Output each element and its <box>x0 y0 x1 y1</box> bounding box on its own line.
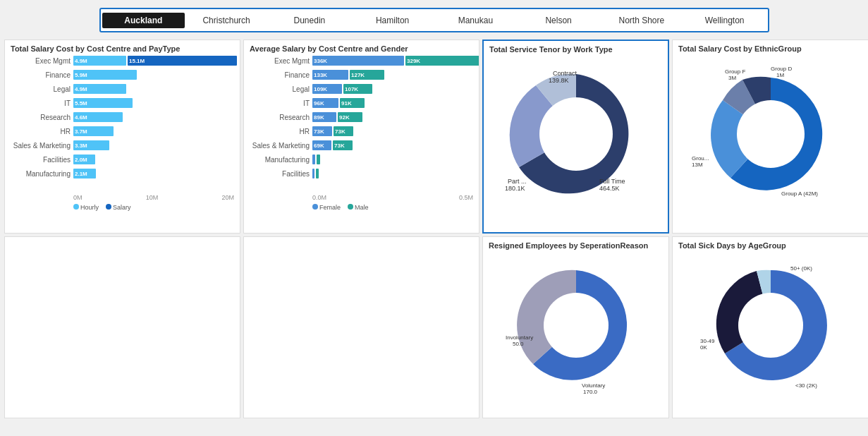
resigned-svg: Voluntary 170.0 Involuntary 50.0 <box>491 255 661 399</box>
tab-northshore[interactable]: North Shore <box>600 13 683 28</box>
svg-text:13M: 13M <box>692 162 703 168</box>
salary-legend: Hourly Salary <box>73 204 234 211</box>
table-row: Facilities <box>250 169 473 178</box>
ethnic-group-title: Total Salary Cost by EthnicGroup <box>678 44 863 53</box>
table-row: Manufacturing 2.1M <box>11 169 234 178</box>
svg-text:50.0: 50.0 <box>513 341 524 347</box>
table-row: Finance 133K 127K <box>250 70 473 80</box>
svg-text:30-49: 30-49 <box>700 338 715 344</box>
table-row: IT 96K 91K <box>250 98 473 108</box>
table-row: Legal 4.9M <box>11 84 234 94</box>
svg-text:0K: 0K <box>700 344 707 351</box>
sick-days-title: Total Sick Days by AgeGroup <box>678 241 863 250</box>
avg-salary-panel: Average Salary by Cost Centre and Gender… <box>243 40 479 234</box>
avg-salary-chart: Exec Mgmt 336K 329K Finance 133K 127K Le… <box>250 56 473 193</box>
service-tenor-svg: Full Time 464.5K Part ... 180.1K Contrac… <box>495 60 657 208</box>
tab-hamilton[interactable]: Hamilton <box>351 13 434 28</box>
svg-point-15 <box>544 293 609 358</box>
table-row: IT 5.5M <box>11 98 234 108</box>
svg-text:170.0: 170.0 <box>583 389 598 395</box>
table-row: Research 4.6M <box>11 112 234 122</box>
svg-text:Group A (42M): Group A (42M) <box>781 190 818 197</box>
tab-auckland[interactable]: Auckland <box>102 13 185 28</box>
ethnic-group-svg: Group A (42M) Grou... 13M Group F 3M Gro… <box>686 58 855 210</box>
x-axis: 0.0M 0.5M <box>312 194 473 201</box>
salary-cost-chart: Exec Mgmt 4.9M 15.1M Finance 5.9M Legal … <box>11 56 234 193</box>
svg-text:464.5K: 464.5K <box>599 185 620 192</box>
tab-manukau[interactable]: Manukau <box>434 13 518 28</box>
bottom-left-panel <box>4 236 240 418</box>
sick-days-chart: <30 (2K) 30-49 0K 50+ (0K) <box>678 253 863 401</box>
table-row: Legal 109K 107K <box>250 84 473 94</box>
table-row: Research 89K 92K <box>250 112 473 122</box>
svg-text:<30 (2K): <30 (2K) <box>795 382 817 389</box>
ethnic-group-panel: Total Salary Cost by EthnicGroup Group A… <box>672 40 868 234</box>
sick-days-panel: Total Sick Days by AgeGroup <30 (2K) 30-… <box>672 236 868 418</box>
svg-text:Grou...: Grou... <box>692 155 709 162</box>
service-tenor-panel: Total Service Tenor by Work Type Full Ti… <box>482 40 669 234</box>
table-row: Facilities 2.0M <box>11 155 234 164</box>
ethnic-group-chart: Group A (42M) Grou... 13M Group F 3M Gro… <box>678 56 863 211</box>
table-row: Sales & Marketing 69K 73K <box>250 140 473 150</box>
tab-wellington[interactable]: Wellington <box>683 13 766 28</box>
table-row: Exec Mgmt 4.9M 15.1M <box>11 56 234 66</box>
table-row: Exec Mgmt 336K 329K <box>250 56 473 66</box>
city-nav: Auckland Christchurch Dunedin Hamilton M… <box>99 8 769 32</box>
resigned-panel: Resigned Employees by SeperationReason V… <box>482 236 669 418</box>
svg-text:139.8K: 139.8K <box>549 77 569 84</box>
svg-text:Group F: Group F <box>725 68 745 75</box>
tab-christchurch[interactable]: Christchurch <box>185 13 268 28</box>
svg-text:Full Time: Full Time <box>599 178 625 185</box>
svg-text:3M: 3M <box>728 75 736 81</box>
table-row: Finance 5.9M <box>11 70 234 80</box>
svg-text:Contract: Contract <box>553 70 577 77</box>
svg-text:Voluntary: Voluntary <box>582 382 605 389</box>
gender-legend: Female Male <box>312 204 473 211</box>
bottom-center-panel <box>243 236 479 418</box>
table-row: HR 73K 73K <box>250 126 473 136</box>
svg-text:50+ (0K): 50+ (0K) <box>790 265 812 272</box>
svg-point-0 <box>539 97 613 171</box>
svg-text:Part ...: Part ... <box>508 178 527 185</box>
sick-days-svg: <30 (2K) 30-49 0K 50+ (0K) <box>686 255 855 399</box>
tab-nelson[interactable]: Nelson <box>517 13 600 28</box>
svg-point-7 <box>737 100 805 168</box>
resigned-chart: Voluntary 170.0 Involuntary 50.0 <box>489 253 663 401</box>
avg-salary-title: Average Salary by Cost Centre and Gender <box>250 44 473 53</box>
salary-cost-panel: Total Salary Cost by Cost Centre and Pay… <box>4 40 240 234</box>
svg-text:1M: 1M <box>776 72 784 78</box>
table-row: Sales & Marketing 3.3M <box>11 140 234 150</box>
x-axis: 0M 10M 20M <box>73 194 234 201</box>
resigned-title: Resigned Employees by SeperationReason <box>489 241 663 250</box>
table-row: Manufacturing <box>250 155 473 164</box>
svg-text:Involuntary: Involuntary <box>506 334 533 341</box>
service-tenor-title: Total Service Tenor by Work Type <box>489 45 662 54</box>
salary-cost-title: Total Salary Cost by Cost Centre and Pay… <box>11 44 234 53</box>
svg-text:180.1K: 180.1K <box>505 185 525 192</box>
service-tenor-chart: Full Time 464.5K Part ... 180.1K Contrac… <box>489 56 662 212</box>
svg-text:Group D: Group D <box>771 66 792 72</box>
table-row: HR 3.7M <box>11 126 234 136</box>
tab-dunedin[interactable]: Dunedin <box>268 13 351 28</box>
svg-point-20 <box>738 293 803 358</box>
